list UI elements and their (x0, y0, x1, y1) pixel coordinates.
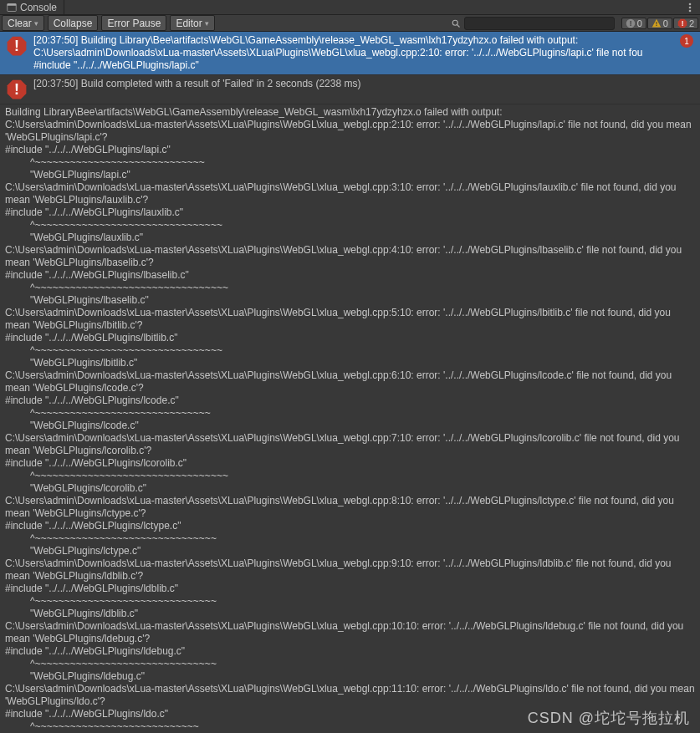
error-pause-button[interactable]: Error Pause (101, 15, 166, 31)
console-toolbar: Clear Collapse Error Pause Editor ! 0 ! … (0, 15, 700, 32)
error-icon: ! (5, 78, 28, 101)
svg-text:!: ! (656, 20, 658, 28)
svg-text:!: ! (14, 38, 19, 54)
log-text: [20:37:50] Building Library\Bee\artifact… (33, 34, 695, 72)
tab-label: Console (20, 2, 57, 13)
clear-button[interactable]: Clear (2, 15, 44, 31)
console-icon (7, 3, 17, 13)
warn-count-toggle[interactable]: ! 0 (647, 18, 672, 29)
search-input[interactable] (464, 17, 615, 30)
svg-point-4 (689, 9, 692, 12)
editor-button[interactable]: Editor (170, 15, 214, 31)
console-details[interactable]: Building Library\Bee\artifacts\WebGL\Gam… (0, 104, 700, 733)
search-field[interactable] (447, 15, 618, 31)
log-text: [20:37:50] Build completed with a result… (33, 78, 695, 90)
warning-icon: ! (651, 18, 662, 28)
panel-menu-button[interactable] (680, 0, 700, 14)
log-entry[interactable]: ![20:37:50] Build completed with a resul… (0, 75, 700, 104)
info-icon: ! (626, 18, 636, 28)
error-count-toggle[interactable]: ! 2 (673, 18, 698, 29)
svg-text:!: ! (682, 20, 684, 28)
error-icon: ! (5, 34, 28, 58)
svg-point-5 (452, 20, 457, 25)
svg-line-6 (457, 24, 459, 27)
svg-rect-1 (8, 3, 17, 5)
svg-point-3 (689, 6, 692, 8)
collapse-button[interactable]: Collapse (48, 15, 99, 31)
console-body: ![20:37:50] Building Library\Bee\artifac… (0, 32, 700, 733)
tab-bar: Console (0, 0, 700, 15)
search-icon (451, 18, 461, 28)
message-counts: ! 0 ! 0 ! 2 (621, 15, 698, 31)
collapse-count-badge: 1 (680, 34, 693, 48)
svg-text:!: ! (629, 20, 631, 28)
info-count-toggle[interactable]: ! 0 (621, 18, 646, 29)
svg-text:!: ! (14, 81, 19, 98)
log-entry[interactable]: ![20:37:50] Building Library\Bee\artifac… (0, 32, 700, 75)
svg-point-2 (689, 3, 692, 5)
error-icon: ! (677, 18, 687, 28)
tab-console[interactable]: Console (0, 0, 64, 14)
